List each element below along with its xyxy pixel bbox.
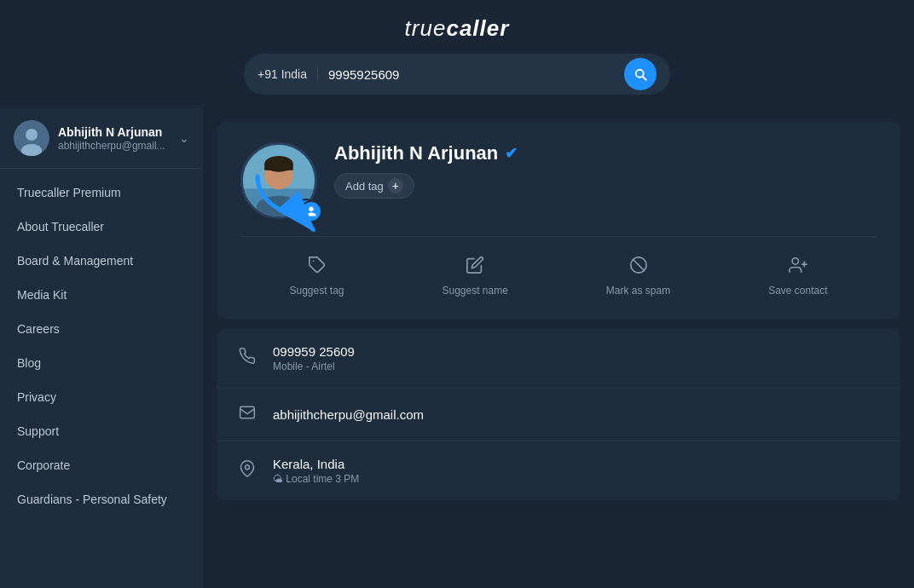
tag-icon — [308, 256, 327, 280]
phone-number: 099959 25609 — [273, 344, 355, 359]
profile-name-text: Abhijith N Arjunan — [334, 142, 498, 164]
profile-truecaller-badge — [300, 200, 322, 222]
user-name: Abhijith N Arjunan — [58, 124, 179, 140]
nav-item-blog[interactable]: Blog — [0, 346, 203, 380]
nav-item-careers[interactable]: Careers — [0, 312, 203, 346]
location-icon — [237, 460, 257, 481]
suggest-name-button[interactable]: Suggest name — [431, 251, 518, 302]
user-plus-icon — [789, 256, 807, 280]
nav-item-about[interactable]: About Truecaller — [0, 210, 203, 244]
search-icon — [633, 66, 648, 82]
action-buttons: Suggest tag Suggest name Mark as spam — [240, 236, 876, 302]
nav-item-media[interactable]: Media Kit — [0, 278, 203, 312]
logo: truecaller — [405, 15, 510, 42]
suggest-tag-button[interactable]: Suggest tag — [279, 251, 354, 302]
phone-sub: Mobile - Airtel — [273, 360, 355, 372]
location-name: Kerala, India — [273, 457, 359, 471]
nav-item-guardians[interactable]: Guardians - Personal Safety — [0, 482, 203, 516]
plus-icon: + — [388, 178, 403, 193]
svg-point-13 — [792, 258, 798, 264]
add-tag-button[interactable]: Add tag + — [334, 173, 414, 199]
nav-item-truecaller-premium[interactable]: Truecaller Premium — [0, 176, 203, 210]
avatar — [14, 120, 49, 156]
save-contact-button[interactable]: Save contact — [758, 251, 837, 302]
nav-item-support[interactable]: Support — [0, 414, 203, 448]
suggest-tag-label: Suggest tag — [289, 285, 344, 297]
svg-point-17 — [246, 465, 250, 470]
search-button[interactable] — [624, 58, 657, 90]
content: Abhijith N Arjunan ✔ Add tag + — [203, 108, 914, 588]
suggest-name-label: Suggest name — [442, 285, 507, 297]
svg-rect-8 — [264, 164, 293, 170]
profile-avatar-wrap — [240, 142, 317, 219]
phone-icon — [237, 348, 257, 369]
chevron-down-icon: ⌄ — [179, 131, 189, 145]
svg-point-5 — [257, 196, 301, 218]
mark-spam-label: Mark as spam — [606, 285, 670, 297]
verified-check-icon: ✔ — [505, 144, 518, 163]
person-icon — [305, 205, 317, 217]
email-address: abhijithcherpu@gmail.com — [273, 407, 424, 422]
email-row: abhijithcherpu@gmail.com — [217, 389, 900, 441]
mark-spam-button[interactable]: Mark as spam — [596, 251, 680, 302]
svg-rect-16 — [240, 406, 255, 418]
user-email: abhijithcherpu@gmail... — [58, 140, 169, 152]
nav-item-corporate[interactable]: Corporate — [0, 448, 203, 482]
sidebar: Abhijith N Arjunan abhijithcherpu@gmail.… — [0, 108, 203, 588]
profile-header: Abhijith N Arjunan ✔ Add tag + — [240, 142, 876, 219]
search-input[interactable] — [328, 67, 617, 82]
add-tag-label: Add tag — [345, 180, 384, 193]
phone-row: 099959 25609 Mobile - Airtel — [217, 329, 900, 389]
location-row: Kerala, India 🌤 Local time 3 PM — [217, 441, 900, 500]
svg-line-12 — [633, 260, 644, 271]
nav-item-board[interactable]: Board & Management — [0, 244, 203, 278]
search-container: +91 India — [0, 54, 914, 108]
user-profile[interactable]: Abhijith N Arjunan abhijithcherpu@gmail.… — [0, 108, 203, 169]
avatar-image — [14, 120, 49, 156]
contact-card: 099959 25609 Mobile - Airtel abhijithche… — [217, 329, 900, 500]
nav-items: Truecaller Premium About Truecaller Boar… — [0, 169, 203, 523]
main-layout: Abhijith N Arjunan abhijithcherpu@gmail.… — [0, 108, 914, 588]
search-country: +91 India — [257, 67, 318, 81]
save-contact-label: Save contact — [768, 285, 827, 297]
location-detail: Kerala, India 🌤 Local time 3 PM — [273, 457, 359, 485]
search-bar: +91 India — [244, 54, 670, 95]
ban-icon — [629, 256, 648, 280]
email-icon — [237, 404, 257, 425]
local-time: 🌤 Local time 3 PM — [273, 473, 359, 485]
profile-card: Abhijith N Arjunan ✔ Add tag + — [217, 122, 900, 319]
edit-icon — [466, 256, 484, 280]
profile-name: Abhijith N Arjunan ✔ — [334, 142, 876, 164]
svg-point-1 — [26, 129, 38, 141]
phone-detail: 099959 25609 Mobile - Airtel — [273, 344, 355, 372]
profile-info: Abhijith N Arjunan ✔ Add tag + — [334, 142, 876, 199]
nav-item-privacy[interactable]: Privacy — [0, 380, 203, 414]
user-info: Abhijith N Arjunan abhijithcherpu@gmail.… — [58, 124, 179, 152]
email-detail: abhijithcherpu@gmail.com — [273, 407, 424, 422]
header: truecaller — [0, 0, 914, 54]
